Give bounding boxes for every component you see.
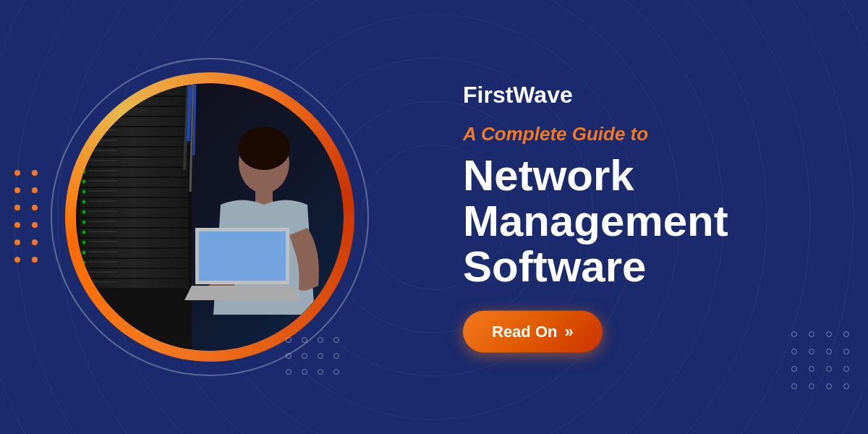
dot [809,331,814,337]
dot [14,222,20,228]
dot [32,257,38,263]
dot [302,353,307,359]
brand-name: FirstWave [463,82,825,109]
dot [286,337,292,343]
dot [333,337,339,343]
dot [286,353,292,359]
title-line1: Network [463,151,634,200]
cta-wrapper: Read On » [463,311,825,353]
title-line3: Software [463,242,646,291]
dot [809,383,814,389]
dot [826,349,832,354]
dot [318,337,323,343]
svg-point-17 [238,127,290,170]
dot [318,353,323,359]
dot [32,170,38,176]
dot [14,205,20,210]
dot [302,369,307,375]
read-on-button[interactable]: Read On » [463,311,603,353]
dot [826,331,832,337]
dot [14,257,20,263]
dot-grid-right [791,331,851,391]
dot [14,170,20,176]
person-illustration [76,83,344,351]
dot [333,353,339,359]
main-title: Network Management Software [463,153,825,289]
title-line2: Management [463,197,728,245]
dot [791,383,797,389]
dot [318,369,323,375]
dot [843,349,849,354]
person-svg [76,83,344,351]
dot [826,366,832,372]
image-section [43,51,376,383]
dot-grid-mid [286,337,341,376]
dot [791,349,797,354]
svg-line-14 [188,83,190,141]
banner: FirstWave A Complete Guide to Network Ma… [0,0,868,434]
dot [843,366,849,372]
dot [791,331,797,337]
dot [302,337,307,343]
subtitle: A Complete Guide to [463,123,825,145]
dot [32,187,38,193]
dot-grid-left [14,170,39,264]
svg-rect-20 [199,231,286,281]
dot [14,187,20,193]
dot [809,366,814,372]
dot [809,349,814,354]
dot [333,369,339,375]
content-section: FirstWave A Complete Guide to Network Ma… [463,82,825,353]
dot [32,205,38,210]
dot [791,366,797,372]
dot [826,383,832,389]
dot [32,222,38,228]
cta-chevrons-icon: » [564,323,573,341]
dot [32,239,38,245]
dot [286,369,292,375]
ring-gradient [65,72,354,362]
cta-label: Read On [492,323,557,341]
ring-inner [76,83,344,351]
dot [843,383,849,389]
svg-line-15 [194,83,195,156]
dot [14,239,20,245]
dot [843,331,849,337]
